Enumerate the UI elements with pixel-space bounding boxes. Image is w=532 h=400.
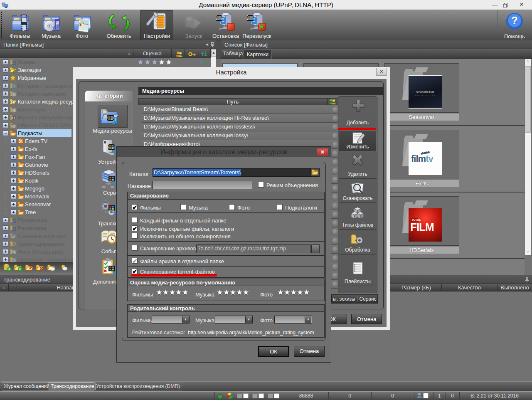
svg-text:?: ? (511, 14, 518, 27)
